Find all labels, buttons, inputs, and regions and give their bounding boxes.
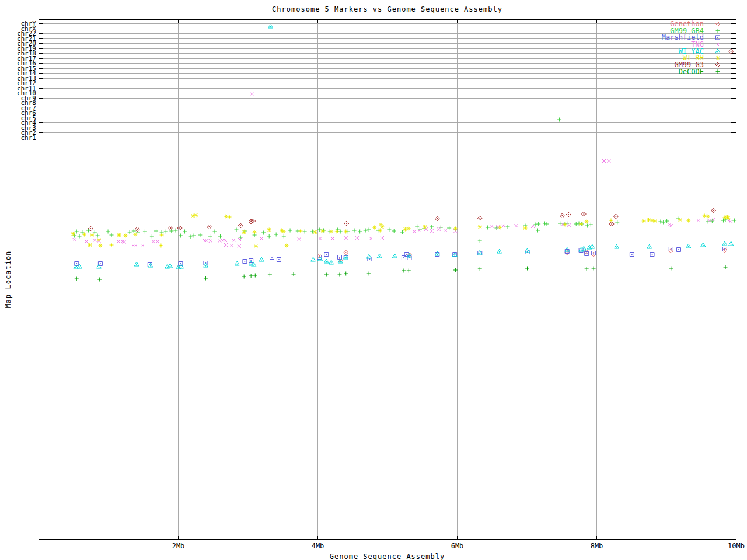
decode-point bbox=[669, 267, 673, 271]
wi-yac-point bbox=[377, 254, 382, 258]
gm99-g3-point bbox=[566, 212, 571, 217]
decode-point bbox=[478, 267, 482, 271]
wi-yac-point bbox=[701, 243, 706, 247]
tng-point bbox=[250, 92, 253, 96]
gm99-gb4-point bbox=[198, 233, 202, 237]
gm99-gb4-point bbox=[261, 231, 266, 235]
gm99-gb4-point bbox=[128, 230, 132, 235]
gm99-gb4-point bbox=[189, 235, 193, 239]
gm99-gb4-point bbox=[303, 230, 307, 234]
decode-point bbox=[585, 267, 589, 271]
legend-label-marshfield: Marshfield bbox=[606, 34, 704, 41]
gm99-g3-point bbox=[238, 223, 243, 228]
wi-rh-point bbox=[329, 230, 333, 234]
wi-rh-point bbox=[686, 219, 690, 223]
wi-rh-point bbox=[282, 230, 286, 234]
tng-point bbox=[490, 225, 494, 228]
legend-marker-gm99-gb4 bbox=[716, 29, 720, 33]
gm99-gb4-point bbox=[367, 228, 371, 232]
decode-point bbox=[242, 275, 246, 279]
wi-yac-point bbox=[647, 244, 652, 249]
marshfield-point bbox=[98, 262, 102, 266]
gm99-gb4-point bbox=[136, 231, 140, 235]
gm99-gb4-point bbox=[183, 230, 187, 234]
wi-rh-point bbox=[194, 214, 198, 218]
gm99-g3-point bbox=[711, 208, 716, 213]
tng-point bbox=[444, 229, 448, 232]
gm99-gb4-point bbox=[154, 229, 158, 233]
gm99-gb4-point bbox=[267, 235, 271, 239]
tng-point bbox=[602, 159, 606, 163]
gm99-gb4-point bbox=[282, 235, 286, 239]
gm99-gb4-point bbox=[478, 239, 482, 243]
wi-rh-point bbox=[523, 226, 527, 230]
wi-yac-point bbox=[268, 24, 273, 28]
wi-rh-point bbox=[453, 227, 458, 231]
gm99-g3-point bbox=[581, 212, 586, 216]
gm99-gb4-point bbox=[110, 233, 114, 237]
tng-point bbox=[224, 239, 227, 242]
wi-rh-point bbox=[678, 218, 682, 222]
tng-point bbox=[298, 237, 301, 241]
wi-rh-point bbox=[267, 228, 271, 232]
tng-point bbox=[141, 244, 145, 247]
wi-yac-point bbox=[329, 260, 334, 264]
legend-marker-wi-yac bbox=[715, 49, 720, 53]
gm99-gb4-point bbox=[358, 230, 362, 234]
wi-rh-point bbox=[224, 215, 228, 219]
wi-rh-point bbox=[242, 230, 246, 235]
wi-rh-point bbox=[191, 214, 195, 218]
gm99-gb4-point bbox=[387, 228, 391, 232]
wi-rh-point bbox=[313, 230, 317, 235]
wi-yac-point bbox=[259, 257, 264, 261]
tng-point bbox=[152, 240, 155, 243]
gm99-gb4-point bbox=[192, 234, 196, 238]
wi-rh-point bbox=[321, 229, 325, 233]
tng-point bbox=[205, 239, 208, 242]
wi-rh-point bbox=[585, 220, 589, 224]
gm99-gb4-point bbox=[338, 230, 343, 234]
marshfield-point bbox=[243, 260, 247, 264]
gm99-gb4-point bbox=[506, 225, 510, 229]
plot-canvas bbox=[0, 0, 747, 560]
decode-point bbox=[344, 272, 348, 276]
wi-rh-point bbox=[423, 225, 427, 229]
tng-point bbox=[232, 239, 235, 242]
gm99-gb4-point bbox=[418, 228, 422, 232]
marshfield-point bbox=[650, 253, 654, 257]
gm99-gb4-point bbox=[150, 235, 154, 239]
wi-yac-point bbox=[392, 254, 397, 258]
legend-label-decode: DeCODE bbox=[606, 68, 704, 75]
gm99-gb4-point bbox=[179, 234, 183, 238]
chr-label-chr1: chr1 bbox=[1, 135, 36, 141]
wi-rh-point bbox=[407, 227, 411, 231]
wi-rh-point bbox=[642, 219, 646, 223]
decode-point bbox=[75, 277, 79, 281]
wi-yac-point bbox=[615, 244, 619, 249]
wi-yac-point bbox=[722, 242, 727, 246]
tng-point bbox=[531, 225, 535, 228]
gm99-gb4-point bbox=[96, 234, 100, 238]
tng-point bbox=[230, 244, 233, 247]
gm99-gb4-point bbox=[106, 230, 110, 234]
wi-rh-point bbox=[344, 230, 348, 234]
tng-point bbox=[224, 243, 228, 247]
wi-rh-point bbox=[97, 238, 101, 242]
gm99-gb4-point bbox=[164, 230, 168, 234]
gm99-gb4-point bbox=[585, 224, 589, 228]
decode-point bbox=[253, 274, 257, 278]
wi-rh-point bbox=[498, 226, 502, 230]
wi-rh-point bbox=[478, 225, 482, 229]
decode-point bbox=[525, 267, 529, 271]
tng-point bbox=[93, 239, 96, 242]
wi-rh-point bbox=[159, 244, 163, 248]
wi-yac-point bbox=[497, 249, 502, 253]
tng-point bbox=[437, 228, 441, 231]
tng-point bbox=[369, 237, 373, 240]
tng-point bbox=[567, 223, 571, 227]
gm99-gb4-point bbox=[75, 230, 79, 234]
wi-rh-point bbox=[285, 244, 289, 248]
wi-rh-point bbox=[110, 243, 114, 247]
gm99-gb4-point bbox=[486, 226, 490, 230]
gm99-g3-point bbox=[609, 222, 614, 226]
